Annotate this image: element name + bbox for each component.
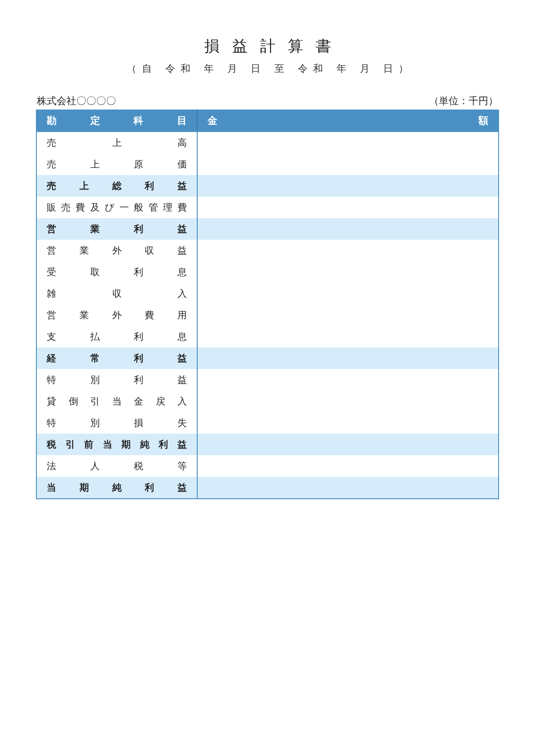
- document-subtitle: （自 令和 年 月 日 至 令和 年 月 日）: [36, 62, 499, 75]
- row-amount: [198, 138, 498, 147]
- table-row: 売上総利益: [37, 175, 498, 197]
- row-amount: [198, 354, 498, 363]
- row-label: 営業外費用: [37, 304, 198, 326]
- table-row: 売上原価: [37, 154, 498, 175]
- company-name: 株式会社〇〇〇〇: [37, 94, 116, 108]
- page-container: 損益計算書 （自 令和 年 月 日 至 令和 年 月 日） 株式会社〇〇〇〇 （…: [0, 0, 535, 499]
- table-row: 販売費及び一般管理費: [37, 197, 498, 218]
- table-row: 営業外収益: [37, 240, 498, 261]
- table-row: 法人税等: [37, 455, 498, 477]
- row-amount: [198, 418, 498, 427]
- row-amount: [198, 440, 498, 449]
- row-label: 法人税等: [37, 455, 198, 477]
- row-label: 販売費及び一般管理費: [37, 197, 198, 218]
- row-label: 特別利益: [37, 369, 198, 391]
- table-row: 営業利益: [37, 218, 498, 240]
- row-label: 営業利益: [37, 218, 198, 240]
- table-row: 受取利息: [37, 261, 498, 283]
- row-amount: [198, 462, 498, 470]
- row-amount: [198, 311, 498, 320]
- row-amount: [198, 483, 498, 492]
- row-label: 特別損失: [37, 412, 198, 434]
- row-amount: [198, 181, 498, 190]
- row-amount: [198, 268, 498, 277]
- document-title: 損益計算書: [36, 36, 499, 57]
- table-row: 経常利益: [37, 347, 498, 369]
- table-row: 貸倒引当金戻入: [37, 391, 498, 412]
- table-row: 営業外費用: [37, 304, 498, 326]
- table-body: 売上高売上原価売上総利益販売費及び一般管理費営業利益営業外収益受取利息雑収入営業…: [37, 132, 498, 498]
- table-header-row: 勘定科目 金額: [37, 110, 498, 132]
- table-row: 売上高: [37, 132, 498, 154]
- row-label: 経常利益: [37, 347, 198, 369]
- meta-row: 株式会社〇〇〇〇 （単位：千円）: [36, 94, 499, 108]
- row-label: 支払利息: [37, 326, 198, 347]
- table-row: 支払利息: [37, 326, 498, 347]
- table-row: 特別利益: [37, 369, 498, 391]
- row-amount: [198, 246, 498, 255]
- row-amount: [198, 397, 498, 406]
- row-label: 売上高: [37, 132, 198, 154]
- table-row: 税引前当期純利益: [37, 434, 498, 455]
- row-amount: [198, 289, 498, 298]
- row-amount: [198, 375, 498, 384]
- pl-table: 勘定科目 金額 売上高売上原価売上総利益販売費及び一般管理費営業利益営業外収益受…: [36, 110, 499, 499]
- table-row: 当期純利益: [37, 477, 498, 498]
- row-label: 雑収入: [37, 283, 198, 304]
- row-amount: [198, 224, 498, 233]
- row-label: 売上総利益: [37, 175, 198, 197]
- row-label: 貸倒引当金戻入: [37, 391, 198, 412]
- row-label: 売上原価: [37, 154, 198, 175]
- row-label: 税引前当期純利益: [37, 434, 198, 455]
- table-row: 特別損失: [37, 412, 498, 434]
- row-amount: [198, 332, 498, 341]
- row-label: 営業外収益: [37, 240, 198, 261]
- header-account: 勘定科目: [37, 110, 198, 132]
- row-label: 受取利息: [37, 261, 198, 283]
- table-row: 雑収入: [37, 283, 498, 304]
- row-amount: [198, 160, 498, 169]
- header-amount: 金額: [198, 110, 498, 132]
- unit-label: （単位：千円）: [429, 94, 498, 108]
- row-amount: [198, 203, 498, 212]
- row-label: 当期純利益: [37, 477, 198, 498]
